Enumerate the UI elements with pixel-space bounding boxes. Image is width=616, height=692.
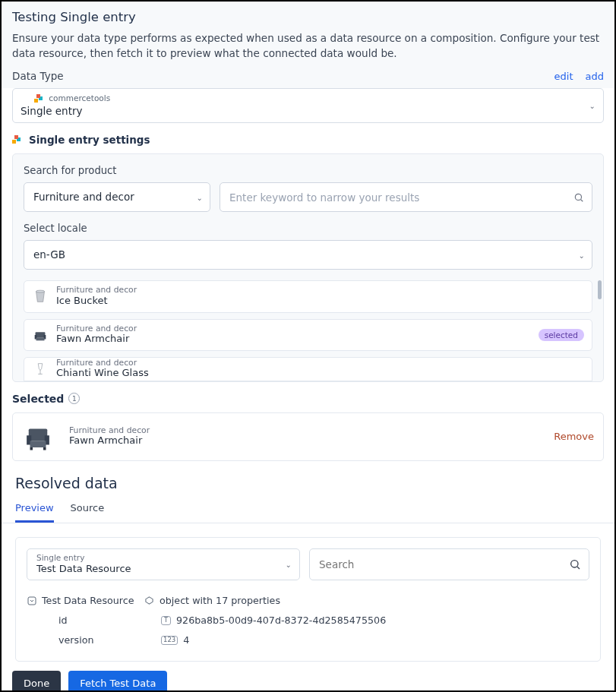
- settings-heading: Single entry settings: [29, 134, 150, 146]
- svg-point-8: [36, 291, 45, 293]
- data-type-label: Data Type: [12, 70, 64, 82]
- tree-root-desc: object with 17 properties: [160, 595, 280, 606]
- category-select[interactable]: Furniture and decor: [24, 182, 210, 212]
- resolved-tabs: Preview Source: [2, 502, 614, 523]
- tree-key: id: [58, 615, 68, 626]
- product-category: Furniture and decor: [56, 324, 137, 333]
- svg-rect-20: [43, 447, 46, 450]
- product-item[interactable]: Furniture and decor Fawn Armchair select…: [24, 319, 592, 351]
- commercetools-icon: [34, 94, 43, 103]
- search-label: Search for product: [24, 165, 592, 176]
- type-text-icon: T: [161, 616, 171, 625]
- type-number-icon: 123: [161, 636, 178, 645]
- resource-select[interactable]: Single entry Test Data Resource ⌄: [27, 548, 300, 580]
- scrollbar[interactable]: [598, 280, 602, 299]
- svg-point-21: [571, 560, 578, 567]
- tab-source[interactable]: Source: [71, 502, 105, 523]
- svg-marker-24: [146, 597, 153, 604]
- product-category: Furniture and decor: [56, 286, 137, 295]
- resolved-panel: Single entry Test Data Resource ⌄ Test D…: [15, 537, 601, 662]
- selected-label: Selected: [12, 393, 64, 405]
- resolved-search-input[interactable]: [309, 548, 589, 580]
- product-name: Ice Bucket: [56, 295, 137, 307]
- resource-select-sub: Single entry: [36, 554, 276, 562]
- svg-rect-12: [36, 337, 45, 340]
- search-icon: [573, 192, 584, 203]
- edit-link[interactable]: edit: [554, 71, 573, 82]
- data-type-value: Single entry: [21, 105, 595, 117]
- selected-item-name: Fawn Armchair: [69, 434, 150, 447]
- resolved-data-title: Resolved data: [2, 475, 614, 502]
- selected-item: Furniture and decor Fawn Armchair Remove: [12, 412, 604, 461]
- product-thumbnail-armchair: [32, 327, 49, 343]
- product-thumbnail-bucket: [32, 288, 49, 305]
- svg-rect-18: [30, 441, 46, 447]
- search-icon: [569, 558, 581, 570]
- selected-badge: selected: [539, 329, 584, 341]
- chevron-down-icon: ⌄: [589, 102, 595, 110]
- collapse-icon[interactable]: [27, 596, 36, 605]
- svg-rect-19: [30, 447, 33, 450]
- svg-rect-3: [12, 140, 16, 144]
- product-thumbnail-armchair: [22, 421, 54, 453]
- product-item[interactable]: Furniture and decor Ice Bucket: [24, 280, 592, 312]
- svg-rect-2: [36, 94, 40, 98]
- remove-link[interactable]: Remove: [554, 431, 594, 442]
- data-tree: Test Data Resource object with 17 proper…: [27, 591, 589, 650]
- data-type-select[interactable]: commercetools Single entry ⌄: [12, 88, 604, 123]
- product-category: Furniture and decor: [56, 359, 149, 368]
- done-button[interactable]: Done: [12, 671, 61, 692]
- fetch-test-data-button[interactable]: Fetch Test Data: [68, 671, 167, 692]
- selected-item-category: Furniture and decor: [69, 426, 150, 435]
- product-item[interactable]: Furniture and decor Chianti Wine Glass: [24, 357, 592, 381]
- tree-root-label: Test Data Resource: [42, 595, 134, 606]
- add-link[interactable]: add: [586, 71, 604, 82]
- selected-count: 1: [68, 393, 80, 404]
- product-thumbnail-glass: [32, 361, 49, 378]
- svg-line-7: [581, 200, 583, 202]
- tree-key: version: [58, 634, 93, 646]
- svg-rect-5: [14, 135, 18, 139]
- settings-panel: Search for product Furniture and decor ⌄…: [12, 153, 604, 381]
- locale-select[interactable]: en-GB: [24, 240, 592, 270]
- product-list: Furniture and decor Ice Bucket Furniture…: [24, 280, 592, 381]
- object-icon: [144, 596, 154, 605]
- tree-value: 4: [183, 634, 189, 646]
- product-name: Chianti Wine Glass: [56, 367, 149, 379]
- data-type-integration: commercetools: [34, 94, 595, 103]
- page-title: Testing Single entry: [12, 10, 604, 24]
- svg-rect-9: [36, 332, 46, 337]
- svg-rect-15: [29, 428, 48, 441]
- svg-rect-0: [34, 99, 38, 103]
- chevron-down-icon: ⌄: [286, 560, 292, 568]
- product-name: Fawn Armchair: [56, 333, 137, 345]
- page-description: Ensure your data type performs as expect…: [12, 31, 604, 61]
- commercetools-icon: [12, 135, 21, 144]
- svg-point-6: [575, 194, 581, 200]
- product-search-input[interactable]: [220, 182, 592, 212]
- tab-preview[interactable]: Preview: [15, 502, 54, 523]
- locale-label: Select locale: [24, 223, 592, 234]
- svg-line-22: [577, 567, 580, 569]
- svg-rect-23: [28, 597, 36, 605]
- tree-value: 926ba8b5-00d9-407d-8372-4d2585475506: [176, 615, 386, 626]
- resource-select-value: Test Data Resource: [36, 563, 276, 574]
